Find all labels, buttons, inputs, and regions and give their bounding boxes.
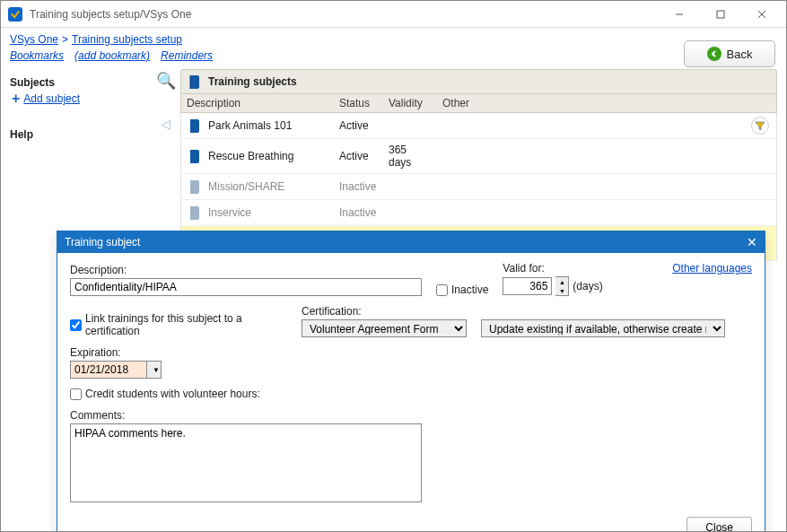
list-title: Training subjects — [208, 75, 297, 88]
book-icon — [187, 205, 203, 221]
certification-label: Certification: — [302, 305, 467, 318]
valid-for-down[interactable]: ▼ — [555, 286, 568, 295]
training-subject-dialog: Training subject ✕ Other languages Descr… — [57, 231, 765, 532]
col-status[interactable]: Status — [334, 94, 383, 112]
row-status: Active — [334, 147, 383, 165]
row-validity — [383, 123, 437, 128]
valid-for-label: Valid for: — [503, 262, 602, 275]
row-other — [437, 153, 776, 159]
inactive-checkbox-input[interactable] — [436, 284, 448, 296]
valid-for-input[interactable] — [503, 277, 552, 295]
row-validity: 365 days — [383, 141, 437, 171]
add-subject-link[interactable]: + Add subject — [12, 92, 171, 105]
other-languages-link[interactable]: Other languages — [672, 262, 752, 275]
book-icon — [187, 74, 203, 90]
link-cert-checkbox-input[interactable] — [70, 319, 82, 331]
add-subject-label: Add subject — [23, 92, 80, 105]
breadcrumb-sep: > — [62, 33, 68, 46]
dialog-titlebar[interactable]: Training subject ✕ — [57, 231, 765, 253]
link-bar: Bookmarks (add bookmark) Reminders — [1, 49, 786, 69]
book-icon — [187, 179, 203, 195]
row-validity — [383, 210, 437, 215]
window-close-button[interactable] — [741, 1, 783, 28]
breadcrumb: VSys One > Training subjects setup — [1, 28, 786, 49]
cert-mode-select[interactable]: Update existing if available, otherwise … — [481, 319, 725, 337]
window-maximize-button[interactable] — [700, 1, 741, 28]
table-row[interactable]: InserviceInactive — [181, 200, 776, 226]
reminders-link[interactable]: Reminders — [161, 49, 213, 62]
close-button[interactable]: Close — [686, 517, 752, 532]
breadcrumb-root[interactable]: VSys One — [10, 33, 58, 46]
row-desc: Park Animals 101 — [208, 119, 292, 132]
row-status: Active — [334, 117, 383, 135]
table-row[interactable]: Mission/SHAREInactive — [181, 174, 776, 200]
row-status: Inactive — [334, 204, 383, 222]
expiration-label: Expiration: — [70, 346, 162, 359]
valid-for-up[interactable]: ▲ — [555, 277, 568, 286]
link-cert-label: Link trainings for this subject to a cer… — [85, 312, 287, 337]
window-minimize-button[interactable] — [659, 1, 700, 28]
list-header: Training subjects — [180, 69, 777, 94]
col-description[interactable]: Description — [181, 94, 334, 112]
credit-hours-checkbox[interactable]: Credit students with volunteer hours: — [70, 388, 260, 400]
back-button-label: Back — [727, 48, 753, 61]
back-arrow-icon — [707, 47, 721, 61]
row-other — [437, 123, 776, 128]
row-other — [437, 210, 776, 215]
back-button[interactable]: Back — [684, 40, 775, 67]
comments-textarea[interactable] — [70, 423, 422, 502]
app-icon — [8, 7, 22, 22]
row-status: Inactive — [334, 178, 383, 196]
table-row[interactable]: Rescue BreathingActive365 days — [181, 139, 776, 174]
expand-icon[interactable]: ▽ — [159, 120, 173, 130]
col-other[interactable]: Other — [437, 94, 776, 112]
filter-icon[interactable] — [751, 117, 769, 135]
window-title: Training subjects setup/VSys One — [30, 8, 659, 21]
add-bookmark-link[interactable]: (add bookmark) — [74, 49, 150, 62]
inactive-checkbox[interactable]: Inactive — [436, 283, 488, 296]
expiration-dropdown[interactable]: ▼ — [147, 361, 162, 379]
list-columns: Description Status Validity Other — [180, 94, 777, 113]
sidebar-help-head: Help — [10, 128, 171, 141]
titlebar: Training subjects setup/VSys One — [1, 1, 786, 28]
row-validity — [383, 184, 437, 189]
link-cert-checkbox[interactable]: Link trainings for this subject to a cer… — [70, 312, 287, 337]
search-icon[interactable]: 🔍 — [156, 71, 176, 91]
credit-hours-checkbox-input[interactable] — [70, 388, 82, 400]
comments-label: Comments: — [70, 409, 752, 422]
dialog-title: Training subject — [65, 236, 140, 249]
sidebar-subjects-head: Subjects — [10, 76, 171, 89]
inactive-label: Inactive — [451, 283, 488, 296]
row-desc: Inservice — [208, 206, 251, 219]
row-desc: Mission/SHARE — [208, 180, 284, 193]
plus-icon: + — [12, 92, 20, 105]
row-desc: Rescue Breathing — [208, 150, 293, 162]
col-validity[interactable]: Validity — [383, 94, 437, 112]
days-label: (days) — [573, 280, 602, 292]
certification-select[interactable]: Volunteer Agreement Form — [302, 319, 467, 337]
book-icon — [187, 148, 203, 164]
expiration-input[interactable] — [70, 361, 147, 379]
description-input[interactable] — [70, 278, 422, 296]
description-label: Description: — [70, 264, 422, 276]
svg-rect-1 — [717, 11, 724, 18]
list-side-icons: 🔍 ▽ — [153, 69, 179, 132]
bookmarks-link[interactable]: Bookmarks — [10, 49, 64, 62]
dialog-close-icon[interactable]: ✕ — [747, 235, 757, 249]
breadcrumb-page[interactable]: Training subjects setup — [72, 33, 182, 46]
row-other — [437, 184, 776, 189]
table-row[interactable]: Park Animals 101Active — [181, 113, 776, 139]
book-icon — [187, 118, 203, 134]
credit-hours-label: Credit students with volunteer hours: — [85, 388, 260, 400]
